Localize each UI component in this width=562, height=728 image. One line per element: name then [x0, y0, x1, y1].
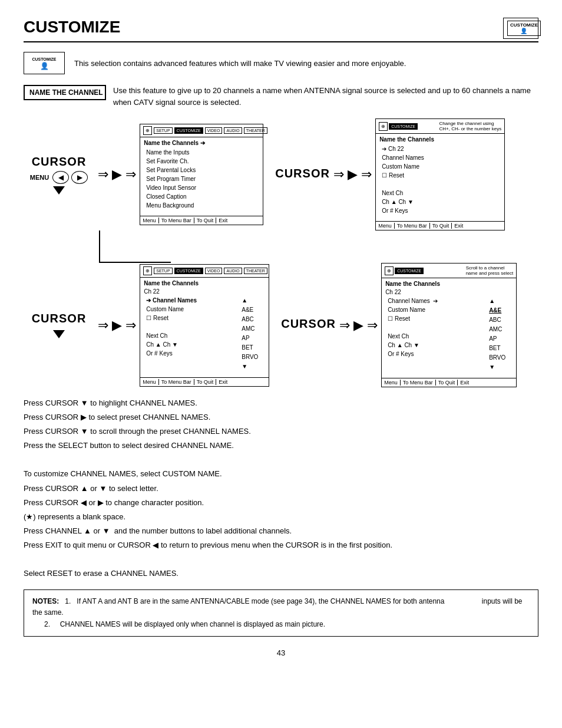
instr-6: Press CURSOR ▲ or ▼ to select letter.	[24, 482, 538, 495]
cursor-block-3: CURSOR	[24, 312, 94, 338]
dbl-arrow-1: ⇒ ▶ ⇒	[98, 167, 136, 182]
instr-blank-2	[24, 553, 538, 566]
instr-5: To customize CHANNEL NAMES, select CUSTO…	[24, 467, 538, 480]
cursor-block-2: CURSOR	[275, 167, 330, 183]
cursor-label-2: CURSOR	[275, 167, 330, 180]
diagrams-section: CURSOR MENU ◀ ▶ ⇒ ▶ ⇒ ⊕ SETUP CUSTOMIZE …	[24, 118, 538, 387]
diagrams-row-1: CURSOR MENU ◀ ▶ ⇒ ▶ ⇒ ⊕ SETUP CUSTOMIZE …	[24, 118, 538, 230]
top-icon-box: CUSTOMIZE 👤	[503, 18, 538, 39]
cursor-block-4: CURSOR	[281, 317, 336, 333]
screen-4-desc: Scroll to a channelname and press select	[464, 265, 514, 276]
horiz-line	[100, 262, 171, 263]
cursor-label-1: CURSOR	[32, 155, 87, 169]
right-arrow-1: ▶	[71, 171, 88, 184]
screen-3-header: ⊕ SETUP CUSTOMIZE VIDEO AUDIO THEATER	[140, 265, 269, 278]
instr-8: (★) represents a blank space.	[24, 510, 538, 523]
screen-2-footer: Menu To Menu Bar To Quit Exit	[376, 221, 504, 230]
notes-item-1: 1. If ANT A and ANT B are in the same AN…	[32, 597, 523, 617]
screen-3-footer: Menu To Menu Bar To Quit Exit	[140, 377, 269, 386]
instr-2: Press CURSOR ▶ to select preset CHANNEL …	[24, 411, 538, 424]
top-icon-label: CUSTOMIZE	[510, 22, 538, 28]
screen-4-header: ⊕ CUSTOMIZE Scroll to a channelname and …	[382, 263, 516, 278]
screen-2-desc: Change the channel usingCH+, CH- or the …	[437, 121, 502, 131]
dbl-arrow-3: ⇒ ▶ ⇒	[98, 318, 136, 333]
diagrams-row-2: CURSOR ⇒ ▶ ⇒ ⊕ SETUP CUSTOMIZE VIDEO AUD…	[24, 263, 538, 387]
customize-icon-small: CUSTOMIZE 👤	[24, 52, 65, 74]
notes-label: NOTES:	[32, 597, 59, 605]
screen-1: ⊕ SETUP CUSTOMIZE VIDEO AUDIO THEATER Na…	[140, 124, 263, 225]
down-arrow-1	[53, 186, 65, 195]
screen-4-cols: Channel Names ➔ Custom Name Reset Next C…	[385, 297, 513, 372]
screen-3: ⊕ SETUP CUSTOMIZE VIDEO AUDIO THEATER Na…	[140, 264, 269, 387]
screen-3-body: Name the Channels Ch 22 ➔ Channel Names …	[140, 278, 269, 374]
screen-1-header: ⊕ SETUP CUSTOMIZE VIDEO AUDIO THEATER	[140, 124, 263, 137]
dbl-arrow-4: ⇒ ▶ ⇒	[339, 318, 378, 333]
cursor-label-4: CURSOR	[281, 317, 336, 331]
menu-arrows-1: MENU ◀ ▶	[30, 171, 88, 184]
page-number: 43	[24, 648, 538, 657]
top-icon-symbol: 👤	[520, 28, 527, 34]
screen-3-cols: ➔ Channel Names Custom Name Reset Next C…	[144, 296, 265, 371]
screen-4-body: Name the Channels Ch 22 Channel Names ➔ …	[382, 278, 516, 374]
screen-4: ⊕ CUSTOMIZE Scroll to a channelname and …	[381, 263, 517, 387]
screen-2-header: ⊕ CUSTOMIZE Change the channel usingCH+,…	[376, 119, 504, 134]
notes-item-2: 2. CHANNEL NAMES will be displayed only …	[32, 620, 325, 628]
vert-line	[99, 230, 100, 263]
page-title: CUSTOMIZE	[24, 18, 120, 37]
right-arrow-row2	[53, 330, 65, 338]
connector-row	[24, 230, 538, 263]
instr-11: Select RESET to erase a CHANNEL NAMES.	[24, 567, 538, 580]
instr-9: Press CHANNEL ▲ or ▼ and the number butt…	[24, 525, 538, 538]
cursor-block-1: CURSOR MENU ◀ ▶	[24, 155, 94, 195]
page-title-row: CUSTOMIZE CUSTOMIZE 👤	[24, 18, 538, 42]
notes-box: NOTES: 1. If ANT A and ANT B are in the …	[24, 589, 538, 637]
screen-1-title: Name the Channels ➔	[144, 140, 259, 146]
instr-blank-1	[24, 453, 538, 466]
name-channel-label: NAME THE CHANNEL	[24, 85, 106, 100]
dbl-arrow-2: ⇒ ▶ ⇒	[333, 167, 372, 182]
screen-2-body: Name the Channels ➔ Ch 22 Channel Names …	[376, 134, 504, 218]
instr-4: Press the SELECT button to select desire…	[24, 439, 538, 452]
screen-1-footer: Menu To Menu Bar To Quit Exit	[140, 216, 263, 225]
intro-row: CUSTOMIZE 👤 This selection contains adva…	[24, 52, 538, 74]
cursor-label-3: CURSOR	[32, 312, 87, 325]
name-channel-desc: Use this feature to give up to 20 channe…	[113, 85, 538, 108]
screen-2-title: Name the Channels	[379, 136, 501, 143]
instr-7: Press CURSOR ◀ or ▶ to change character …	[24, 496, 538, 509]
left-arrow-1: ◀	[52, 171, 69, 184]
screen-3-title: Name the Channels	[144, 280, 265, 286]
screen-4-title: Name the Channels	[385, 281, 513, 287]
instructions-block: Press CURSOR ▼ to highlight CHANNEL NAME…	[24, 397, 538, 580]
instr-1: Press CURSOR ▼ to highlight CHANNEL NAME…	[24, 397, 538, 410]
screen-2: ⊕ CUSTOMIZE Change the channel usingCH+,…	[375, 118, 505, 230]
screen-1-body: Name the Channels ➔ Name the Inputs Set …	[140, 137, 263, 212]
intro-text: This selection contains advanced feature…	[74, 59, 406, 68]
instr-3: Press CURSOR ▼ to scroll through the pre…	[24, 425, 538, 438]
screen-4-footer: Menu To Menu Bar To Quit Exit	[382, 378, 516, 387]
name-channel-section: NAME THE CHANNEL Use this feature to giv…	[24, 85, 538, 108]
instr-10: Press EXIT to quit menu or CURSOR ◀ to r…	[24, 539, 538, 552]
